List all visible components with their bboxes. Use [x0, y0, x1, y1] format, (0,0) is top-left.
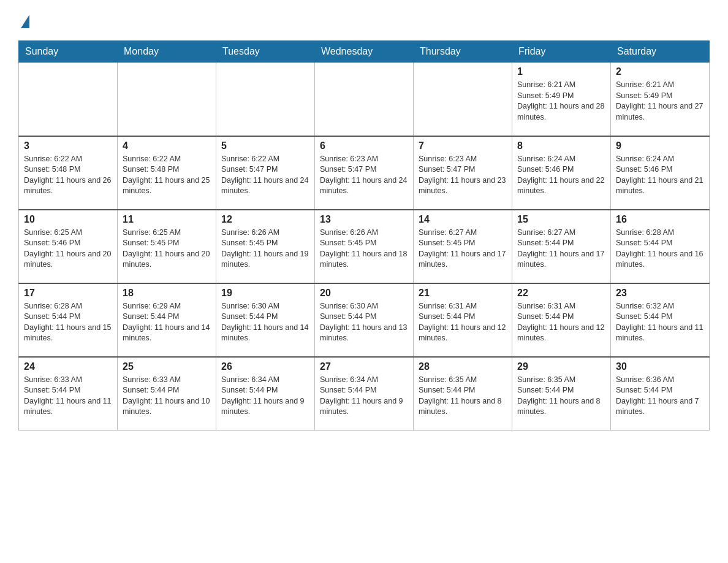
calendar-day-cell: 20Sunrise: 6:30 AMSunset: 5:44 PMDayligh…	[315, 283, 414, 357]
day-info: Sunrise: 6:21 AMSunset: 5:49 PMDaylight:…	[517, 80, 605, 123]
day-number: 18	[123, 288, 211, 299]
day-number: 9	[616, 140, 704, 151]
day-info: Sunrise: 6:21 AMSunset: 5:49 PMDaylight:…	[616, 80, 704, 123]
day-info: Sunrise: 6:26 AMSunset: 5:45 PMDaylight:…	[221, 228, 309, 270]
logo-triangle-icon	[21, 15, 29, 28]
day-info: Sunrise: 6:23 AMSunset: 5:47 PMDaylight:…	[320, 154, 408, 197]
calendar-week-2: 3Sunrise: 6:22 AMSunset: 5:48 PMDaylight…	[19, 136, 710, 210]
day-number: 12	[221, 214, 309, 225]
day-info: Sunrise: 6:31 AMSunset: 5:44 PMDaylight:…	[517, 301, 605, 344]
calendar-day-cell: 11Sunrise: 6:25 AMSunset: 5:45 PMDayligh…	[118, 210, 216, 283]
day-number: 26	[221, 361, 309, 372]
calendar-week-4: 17Sunrise: 6:28 AMSunset: 5:44 PMDayligh…	[19, 283, 710, 357]
day-number: 7	[419, 140, 507, 151]
day-info: Sunrise: 6:31 AMSunset: 5:44 PMDaylight:…	[419, 301, 507, 344]
day-number: 14	[419, 214, 507, 225]
calendar-table: SundayMondayTuesdayWednesdayThursdayFrid…	[18, 40, 710, 431]
day-number: 1	[517, 66, 605, 77]
weekday-header-saturday: Saturday	[611, 41, 710, 63]
day-info: Sunrise: 6:23 AMSunset: 5:47 PMDaylight:…	[419, 154, 507, 197]
calendar-day-cell: 14Sunrise: 6:27 AMSunset: 5:45 PMDayligh…	[414, 210, 512, 283]
calendar-day-cell: 15Sunrise: 6:27 AMSunset: 5:44 PMDayligh…	[512, 210, 611, 283]
calendar-day-cell: 12Sunrise: 6:26 AMSunset: 5:45 PMDayligh…	[216, 210, 315, 283]
calendar-day-cell	[19, 63, 118, 136]
calendar-day-cell	[414, 63, 512, 136]
day-info: Sunrise: 6:35 AMSunset: 5:44 PMDaylight:…	[419, 375, 507, 418]
calendar-week-1: 1Sunrise: 6:21 AMSunset: 5:49 PMDaylight…	[19, 63, 710, 136]
day-info: Sunrise: 6:33 AMSunset: 5:44 PMDaylight:…	[24, 375, 112, 418]
day-info: Sunrise: 6:25 AMSunset: 5:45 PMDaylight:…	[123, 228, 211, 270]
day-number: 16	[616, 214, 704, 225]
calendar-day-cell: 4Sunrise: 6:22 AMSunset: 5:48 PMDaylight…	[118, 136, 216, 210]
weekday-header-wednesday: Wednesday	[315, 41, 414, 63]
calendar-day-cell	[315, 63, 414, 136]
calendar-day-cell: 23Sunrise: 6:32 AMSunset: 5:44 PMDayligh…	[611, 283, 710, 357]
logo-top	[18, 12, 29, 28]
calendar-week-5: 24Sunrise: 6:33 AMSunset: 5:44 PMDayligh…	[19, 357, 710, 431]
day-info: Sunrise: 6:25 AMSunset: 5:46 PMDaylight:…	[24, 228, 112, 270]
calendar-day-cell: 21Sunrise: 6:31 AMSunset: 5:44 PMDayligh…	[414, 283, 512, 357]
weekday-header-tuesday: Tuesday	[216, 41, 315, 63]
day-number: 8	[517, 140, 605, 151]
day-info: Sunrise: 6:27 AMSunset: 5:44 PMDaylight:…	[517, 228, 605, 270]
day-info: Sunrise: 6:28 AMSunset: 5:44 PMDaylight:…	[24, 301, 112, 344]
calendar-day-cell: 7Sunrise: 6:23 AMSunset: 5:47 PMDaylight…	[414, 136, 512, 210]
page-header	[18, 12, 710, 28]
calendar-day-cell: 17Sunrise: 6:28 AMSunset: 5:44 PMDayligh…	[19, 283, 118, 357]
calendar-day-cell: 2Sunrise: 6:21 AMSunset: 5:49 PMDaylight…	[611, 63, 710, 136]
day-info: Sunrise: 6:34 AMSunset: 5:44 PMDaylight:…	[221, 375, 309, 418]
day-number: 11	[123, 214, 211, 225]
day-number: 19	[221, 288, 309, 299]
weekday-header-sunday: Sunday	[19, 41, 118, 63]
day-number: 2	[616, 66, 704, 77]
day-number: 27	[320, 361, 408, 372]
calendar-day-cell: 6Sunrise: 6:23 AMSunset: 5:47 PMDaylight…	[315, 136, 414, 210]
day-info: Sunrise: 6:32 AMSunset: 5:44 PMDaylight:…	[616, 301, 704, 344]
calendar-day-cell: 28Sunrise: 6:35 AMSunset: 5:44 PMDayligh…	[414, 357, 512, 431]
calendar-day-cell: 1Sunrise: 6:21 AMSunset: 5:49 PMDaylight…	[512, 63, 611, 136]
day-number: 3	[24, 140, 112, 151]
calendar-day-cell: 3Sunrise: 6:22 AMSunset: 5:48 PMDaylight…	[19, 136, 118, 210]
weekday-header-row: SundayMondayTuesdayWednesdayThursdayFrid…	[19, 41, 710, 63]
calendar-day-cell: 27Sunrise: 6:34 AMSunset: 5:44 PMDayligh…	[315, 357, 414, 431]
calendar-day-cell: 10Sunrise: 6:25 AMSunset: 5:46 PMDayligh…	[19, 210, 118, 283]
day-number: 17	[24, 288, 112, 299]
calendar-day-cell: 5Sunrise: 6:22 AMSunset: 5:47 PMDaylight…	[216, 136, 315, 210]
day-number: 29	[517, 361, 605, 372]
day-info: Sunrise: 6:30 AMSunset: 5:44 PMDaylight:…	[221, 301, 309, 344]
day-info: Sunrise: 6:24 AMSunset: 5:46 PMDaylight:…	[616, 154, 704, 197]
day-info: Sunrise: 6:34 AMSunset: 5:44 PMDaylight:…	[320, 375, 408, 418]
calendar-day-cell: 9Sunrise: 6:24 AMSunset: 5:46 PMDaylight…	[611, 136, 710, 210]
day-number: 28	[419, 361, 507, 372]
calendar-day-cell: 25Sunrise: 6:33 AMSunset: 5:44 PMDayligh…	[118, 357, 216, 431]
day-number: 6	[320, 140, 408, 151]
day-info: Sunrise: 6:29 AMSunset: 5:44 PMDaylight:…	[123, 301, 211, 344]
weekday-header-thursday: Thursday	[414, 41, 512, 63]
day-info: Sunrise: 6:22 AMSunset: 5:47 PMDaylight:…	[221, 154, 309, 197]
day-number: 23	[616, 288, 704, 299]
day-info: Sunrise: 6:24 AMSunset: 5:46 PMDaylight:…	[517, 154, 605, 197]
day-number: 10	[24, 214, 112, 225]
weekday-header-friday: Friday	[512, 41, 611, 63]
day-number: 5	[221, 140, 309, 151]
logo	[18, 12, 29, 28]
calendar-day-cell: 13Sunrise: 6:26 AMSunset: 5:45 PMDayligh…	[315, 210, 414, 283]
calendar-day-cell: 16Sunrise: 6:28 AMSunset: 5:44 PMDayligh…	[611, 210, 710, 283]
day-number: 4	[123, 140, 211, 151]
day-info: Sunrise: 6:30 AMSunset: 5:44 PMDaylight:…	[320, 301, 408, 344]
weekday-header-monday: Monday	[118, 41, 216, 63]
day-info: Sunrise: 6:22 AMSunset: 5:48 PMDaylight:…	[123, 154, 211, 197]
day-number: 21	[419, 288, 507, 299]
day-number: 20	[320, 288, 408, 299]
day-number: 24	[24, 361, 112, 372]
day-info: Sunrise: 6:27 AMSunset: 5:45 PMDaylight:…	[419, 228, 507, 270]
calendar-day-cell: 26Sunrise: 6:34 AMSunset: 5:44 PMDayligh…	[216, 357, 315, 431]
day-number: 25	[123, 361, 211, 372]
day-info: Sunrise: 6:35 AMSunset: 5:44 PMDaylight:…	[517, 375, 605, 418]
calendar-day-cell: 8Sunrise: 6:24 AMSunset: 5:46 PMDaylight…	[512, 136, 611, 210]
day-info: Sunrise: 6:22 AMSunset: 5:48 PMDaylight:…	[24, 154, 112, 197]
calendar-day-cell: 30Sunrise: 6:36 AMSunset: 5:44 PMDayligh…	[611, 357, 710, 431]
day-info: Sunrise: 6:36 AMSunset: 5:44 PMDaylight:…	[616, 375, 704, 418]
calendar-day-cell	[118, 63, 216, 136]
calendar-week-3: 10Sunrise: 6:25 AMSunset: 5:46 PMDayligh…	[19, 210, 710, 283]
